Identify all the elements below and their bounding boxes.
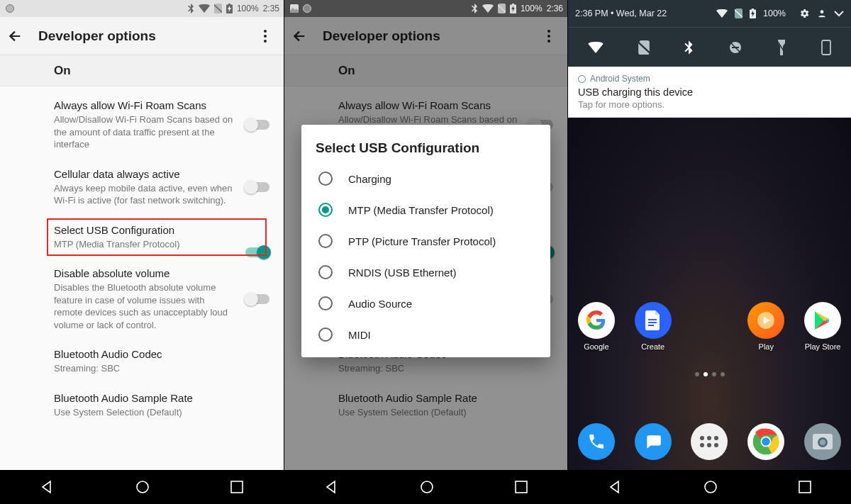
toggle-switch[interactable] [245, 294, 269, 304]
qs-flashlight-icon[interactable] [777, 40, 786, 55]
notification-shade: 2:36 PM • Wed, Mar 22 100% [568, 0, 851, 67]
nav-home-icon[interactable] [419, 479, 435, 495]
svg-rect-15 [648, 319, 657, 320]
app-chrome[interactable] [745, 423, 787, 460]
nav-back-icon[interactable] [325, 480, 339, 494]
notification-title: USB charging this device [578, 86, 841, 98]
qs-dnd-icon[interactable] [728, 40, 742, 55]
screenshot-icon [290, 4, 299, 13]
usb-option-ptp[interactable]: PTP (Picture Transfer Protocol) [316, 225, 536, 257]
usb-option-charging[interactable]: Charging [316, 163, 536, 194]
overflow-menu-icon[interactable] [264, 30, 277, 43]
app-google[interactable]: Google [575, 302, 618, 351]
usb-config-dialog: Select USB Configuration Charging MTP (M… [301, 125, 550, 357]
nav-home-icon[interactable] [703, 479, 718, 495]
expand-icon[interactable] [834, 10, 844, 17]
app-recent-icon [303, 4, 311, 13]
svg-point-21 [762, 437, 770, 446]
svg-point-24 [820, 439, 825, 445]
screen-usb-dialog: 100% 2:36 Developer options On Always al… [284, 0, 567, 504]
nav-back-icon[interactable] [608, 480, 623, 494]
radio-icon [318, 172, 333, 186]
notification-subtitle: Tap for more options. [578, 99, 841, 110]
app-messages[interactable] [632, 423, 674, 460]
setting-bt-sample-rate[interactable]: Bluetooth Audio Sample Rate Use System S… [0, 383, 284, 427]
notification-usb[interactable]: Android System USB charging this device … [568, 67, 851, 118]
nav-bar [0, 470, 284, 504]
status-bar: 100% 2:36 [284, 0, 567, 17]
bluetooth-icon [471, 4, 478, 13]
usb-option-mtp[interactable]: MTP (Media Transfer Protocol) [316, 194, 536, 225]
qs-sim-icon[interactable] [638, 40, 650, 55]
app-create[interactable]: Create [632, 302, 674, 351]
clock: 2:35 [263, 4, 279, 13]
shade-header: 2:36 PM • Wed, Mar 22 100% [568, 0, 851, 27]
setting-cellular-always-active[interactable]: Cellular data always active Always keep … [0, 159, 284, 215]
usb-option-rndis[interactable]: RNDIS (USB Ethernet) [316, 257, 536, 288]
toggle-switch[interactable] [245, 182, 269, 192]
toggle-switch[interactable] [245, 120, 269, 130]
svg-rect-17 [648, 325, 654, 326]
app-bar: Developer options [0, 17, 284, 55]
svg-rect-33 [799, 481, 811, 493]
nav-bar [284, 470, 567, 504]
svg-point-2 [264, 30, 267, 33]
master-toggle-row[interactable]: On [0, 55, 284, 86]
radio-icon [318, 327, 333, 342]
app-phone[interactable] [575, 423, 618, 460]
setting-bt-audio-codec[interactable]: Bluetooth Audio Codec Streaming: SBC [0, 340, 284, 383]
svg-rect-9 [512, 4, 514, 5]
home-apps-row-1: Google Create Play Play Store [568, 302, 851, 351]
shade-time-date: 2:36 PM • Wed, Mar 22 [575, 9, 716, 18]
battery-charging-icon [510, 4, 516, 13]
setting-select-usb-config[interactable]: Select USB Configuration MTP (Media Tran… [44, 215, 269, 259]
wifi-icon [482, 4, 494, 13]
wifi-icon [716, 9, 728, 18]
nav-back-icon[interactable] [40, 480, 55, 494]
usb-option-audio[interactable]: Audio Source [316, 288, 536, 319]
usb-option-midi[interactable]: MIDI [316, 319, 536, 350]
no-sim-icon [498, 4, 506, 13]
svg-rect-1 [228, 4, 230, 5]
nav-recents-icon[interactable] [515, 481, 528, 493]
svg-rect-14 [516, 481, 527, 493]
app-camera[interactable] [801, 423, 844, 460]
svg-point-13 [421, 481, 433, 493]
android-system-icon [578, 75, 586, 83]
nav-home-icon[interactable] [135, 479, 150, 495]
home-page-indicator [568, 372, 851, 376]
setting-disable-absolute-volume[interactable]: Disable absolute volume Disables the Blu… [0, 259, 284, 340]
svg-point-5 [137, 481, 148, 493]
setting-wifi-roam-scans[interactable]: Always allow Wi-Fi Roam Scans Allow/Disa… [0, 91, 284, 159]
nav-bar [568, 470, 851, 504]
app-recent-icon [6, 4, 14, 13]
qs-bluetooth-icon[interactable] [684, 40, 694, 55]
settings-list: Always allow Wi-Fi Roam Scans Allow/Disa… [0, 86, 284, 427]
qs-portrait-icon[interactable] [821, 40, 831, 55]
app-drawer-button[interactable] [688, 423, 730, 460]
app-play-store[interactable]: Play Store [801, 302, 844, 351]
svg-point-3 [264, 35, 267, 38]
nav-recents-icon[interactable] [799, 481, 811, 493]
battery-percent: 100% [763, 9, 786, 18]
no-sim-icon [735, 9, 742, 18]
battery-charging-icon [226, 4, 233, 13]
no-sim-icon [214, 4, 222, 13]
bluetooth-icon [187, 4, 194, 13]
qs-wifi-icon[interactable] [588, 42, 604, 53]
status-bar: 100% 2:35 [0, 0, 284, 17]
svg-rect-6 [231, 481, 243, 493]
wifi-icon [199, 4, 210, 13]
radio-icon [318, 234, 333, 248]
app-play-music[interactable]: Play [745, 302, 787, 351]
battery-percent: 100% [237, 4, 259, 13]
back-icon[interactable] [7, 28, 23, 44]
user-switch-icon[interactable] [817, 9, 827, 18]
quick-settings-row [568, 27, 851, 67]
settings-icon[interactable] [799, 8, 810, 19]
svg-rect-16 [648, 322, 657, 323]
svg-rect-27 [752, 9, 754, 10]
notification-app-name: Android System [578, 74, 841, 84]
nav-recents-icon[interactable] [230, 481, 243, 493]
home-dock [568, 423, 851, 460]
